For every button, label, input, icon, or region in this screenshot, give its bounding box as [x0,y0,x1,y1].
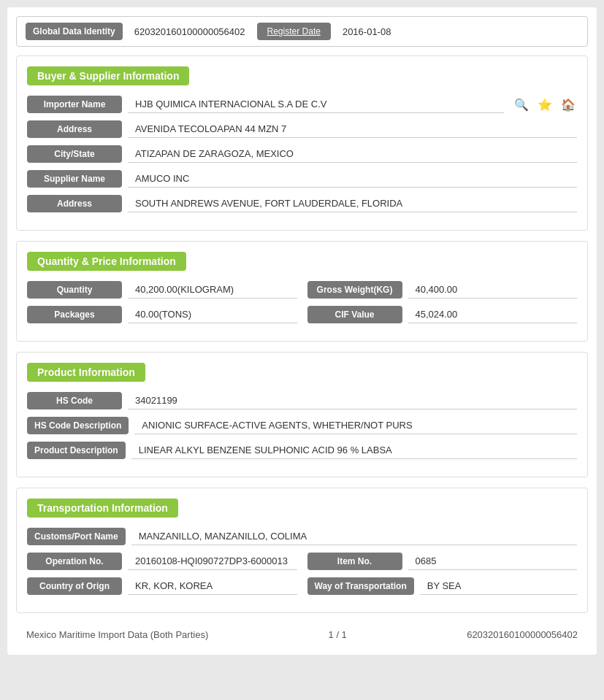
importer-icon-group: 🔍 ⭐ 🏠 [513,96,577,113]
date-value: 2016-01-08 [343,26,391,37]
operation-value: 20160108-HQI090727DP3-6000013 [128,553,297,570]
gross-weight-label: Gross Weight(KG) [307,281,402,299]
country-transport-row: Country of Orign KR, KOR, KOREA Way of T… [27,577,577,595]
quantity-col: Quantity 40,200.00(KILOGRAM) [27,281,297,299]
address-value-1: AVENIDA TECOLOAPAN 44 MZN 7 [128,120,577,138]
supplier-name-value: AMUCO INC [128,170,577,188]
item-no-label: Item No. [307,553,402,570]
search-icon[interactable]: 🔍 [513,96,530,113]
operation-item-row: Operation No. 20160108-HQI090727DP3-6000… [27,553,577,570]
operation-label: Operation No. [27,553,122,570]
importer-name-row: Importer Name HJB QUIMICA INTERNACIONAL … [27,96,577,113]
supplier-name-row: Supplier Name AMUCO INC [27,170,577,188]
global-id-label: Global Data Identity [26,23,123,40]
address-row-1: Address AVENIDA TECOLOAPAN 44 MZN 7 [27,120,577,138]
packages-cif-row: Packages 40.00(TONS) CIF Value 45,024.00 [27,306,577,323]
packages-col: Packages 40.00(TONS) [27,306,297,323]
quantity-gross-row: Quantity 40,200.00(KILOGRAM) Gross Weigh… [27,281,577,299]
way-transport-col: Way of Transportation BY SEA [307,577,578,595]
country-col: Country of Orign KR, KOR, KOREA [27,577,297,595]
star-icon[interactable]: ⭐ [536,96,554,113]
transportation-title: Transportation Information [27,499,178,518]
page-wrapper: Global Data Identity 6203201601000000564… [0,0,604,700]
quantity-label: Quantity [27,281,122,299]
item-no-value: 0685 [408,553,578,570]
cif-label: CIF Value [307,306,402,323]
product-desc-row: Product Description LINEAR ALKYL BENZENE… [27,442,577,459]
supplier-name-label: Supplier Name [27,170,122,188]
gross-weight-col: Gross Weight(KG) 40,400.00 [307,281,578,299]
main-card: Global Data Identity 6203201601000000564… [7,7,597,655]
gross-weight-value: 40,400.00 [408,281,578,299]
packages-label: Packages [27,306,122,323]
hs-code-desc-label: HS Code Description [27,417,129,434]
register-date-button[interactable]: Register Date [257,23,331,40]
packages-value: 40.00(TONS) [128,306,297,323]
product-desc-value: LINEAR ALKYL BENZENE SULPHONIC ACID 96 %… [131,442,577,459]
hs-code-label: HS Code [27,392,122,409]
hs-code-desc-row: HS Code Description ANIONIC SURFACE-ACTI… [27,417,577,434]
transportation-section: Transportation Information Customs/Port … [16,488,588,613]
address-label-2: Address [27,195,122,212]
hs-code-desc-value: ANIONIC SURFACE-ACTIVE AGENTS, WHETHER/N… [134,417,577,434]
quantity-value: 40,200.00(KILOGRAM) [128,281,297,299]
customs-port-value: MANZANILLO, MANZANILLO, COLIMA [131,528,577,545]
product-info-title: Product Information [27,363,145,382]
buyer-supplier-section: Buyer & Supplier Information Importer Na… [16,55,588,231]
footer-left: Mexico Maritime Import Data (Both Partie… [26,629,208,640]
country-origin-value: KR, KOR, KOREA [128,577,297,595]
address-value-2: SOUTH ANDREWS AVENUE, FORT LAUDERDALE, F… [128,195,577,212]
quantity-price-section: Quantity & Price Information Quantity 40… [16,241,588,342]
city-state-row: City/State ATIZAPAN DE ZARAGOZA, MEXICO [27,145,577,163]
quantity-price-title: Quantity & Price Information [27,252,186,271]
global-id-value: 620320160100000056402 [134,26,245,37]
customs-port-row: Customs/Port Name MANZANILLO, MANZANILLO… [27,528,577,545]
operation-col: Operation No. 20160108-HQI090727DP3-6000… [27,553,297,570]
cif-col: CIF Value 45,024.00 [307,306,578,323]
address-row-2: Address SOUTH ANDREWS AVENUE, FORT LAUDE… [27,195,577,212]
way-transport-value: BY SEA [420,577,577,595]
buyer-supplier-title: Buyer & Supplier Information [27,66,189,85]
address-label-1: Address [27,120,122,138]
item-col: Item No. 0685 [307,553,578,570]
product-info-section: Product Information HS Code 34021199 HS … [16,352,588,477]
global-id-row: Global Data Identity 6203201601000000564… [16,16,588,47]
footer-right: 620320160100000056402 [467,629,578,640]
way-transport-label: Way of Transportation [307,577,414,595]
city-state-label: City/State [27,145,122,163]
footer-center: 1 / 1 [329,629,347,640]
city-state-value: ATIZAPAN DE ZARAGOZA, MEXICO [128,145,577,163]
hs-code-value: 34021199 [128,392,577,409]
customs-port-label: Customs/Port Name [27,528,126,545]
importer-name-value: HJB QUIMICA INTERNACIONAL S.A DE C.V [128,96,504,113]
product-desc-label: Product Description [27,442,126,459]
cif-value: 45,024.00 [408,306,578,323]
home-icon[interactable]: 🏠 [559,96,577,113]
hs-code-row: HS Code 34021199 [27,392,577,409]
importer-name-label: Importer Name [27,96,122,113]
footer-bar: Mexico Maritime Import Data (Both Partie… [16,623,588,646]
country-origin-label: Country of Orign [27,577,122,595]
